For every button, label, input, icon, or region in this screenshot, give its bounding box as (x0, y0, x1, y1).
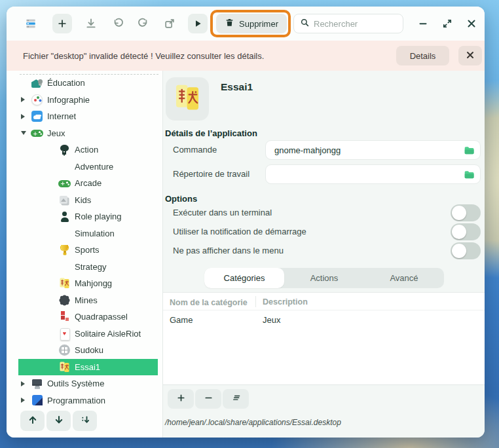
edit-list-button[interactable] (223, 389, 249, 409)
options-section-header: Options (165, 194, 197, 204)
expander-collapsed-icon[interactable] (21, 398, 25, 403)
sidebar-item-mines[interactable]: Mines (18, 292, 158, 309)
education-icon (31, 77, 43, 89)
detail-tabs: Catégories Actions Avancé (204, 268, 444, 288)
sidebar-item-quadrapassel[interactable]: Quadrapassel (18, 308, 158, 326)
entry-title: Essai1 (221, 81, 253, 93)
sidebar-item-mahjongg[interactable]: Mahjongg (18, 275, 158, 292)
internet-cloud-icon (31, 110, 43, 122)
command-label: Commande (173, 140, 217, 160)
hide-in-menu-option-label: Ne pas afficher dans le menu (173, 242, 284, 259)
sidebar-item-internet[interactable]: Internet (18, 108, 158, 125)
sidebar-item-education[interactable]: Éducation (18, 75, 158, 92)
mahjongg-tiles-icon (172, 83, 202, 115)
maximize-icon[interactable] (441, 18, 453, 29)
mine-icon (58, 294, 71, 307)
sidebar-item-essai1[interactable]: Essai1 (18, 359, 158, 376)
play-icon (193, 18, 203, 29)
redo-icon[interactable] (137, 18, 149, 29)
terminal-toggle[interactable] (451, 204, 481, 221)
gamepad-icon (31, 127, 43, 140)
hide-in-menu-toggle[interactable] (451, 242, 481, 259)
sidebar-item-strategy[interactable]: Strategy (18, 259, 158, 276)
sidebar-item-sudoku[interactable]: Sudoku (18, 342, 158, 359)
action-bomb-icon (58, 143, 71, 156)
working-directory-field[interactable] (265, 164, 481, 184)
trash-icon (225, 18, 234, 30)
sidebar-item-programmation[interactable]: Programmation (18, 392, 158, 409)
run-button[interactable] (188, 14, 208, 33)
arrow-up-icon (28, 415, 38, 428)
photo-icon (58, 194, 71, 206)
banner-close-button[interactable] (458, 46, 482, 65)
sidebar-item-kids[interactable]: Kids (18, 192, 158, 209)
sidebar-item-simulation[interactable]: Simulation (18, 225, 158, 242)
desktop-file-path: /home/jean/.local/share/applications/Ess… (165, 418, 341, 427)
sidebar-item-action[interactable]: Action (18, 141, 158, 159)
search-box[interactable] (293, 14, 403, 33)
details-section-header: Détails de l’application (165, 128, 257, 138)
move-down-button[interactable] (46, 411, 71, 431)
minimize-icon[interactable] (417, 18, 429, 29)
open-item-icon[interactable] (164, 18, 176, 29)
expander-collapsed-icon[interactable] (21, 97, 25, 102)
sidebar-item-infographie[interactable]: Infographie (18, 92, 158, 109)
table-row[interactable]: Game Jeux (163, 310, 485, 329)
delete-button[interactable]: Supprimer (216, 14, 287, 33)
lines-icon (231, 393, 241, 405)
remove-category-button[interactable] (195, 389, 221, 409)
startup-notification-toggle[interactable] (451, 223, 481, 240)
app-icon-box (166, 77, 209, 121)
warning-banner: Fichier "desktop" invalide détecté ! Veu… (7, 41, 485, 71)
table-header: Nom de la catégorie Description (163, 293, 485, 310)
command-field[interactable] (265, 140, 481, 160)
sidebar-item-jeux[interactable]: Jeux (18, 125, 158, 142)
arrow-down-icon (54, 415, 64, 428)
folder-browse-icon[interactable] (464, 169, 475, 183)
working-directory-input[interactable] (274, 165, 458, 183)
plus-icon (57, 18, 67, 29)
tab-avance[interactable]: Avancé (364, 268, 444, 288)
menu-editor-app-icon (25, 18, 37, 29)
search-input[interactable] (314, 19, 392, 29)
entry-detail-panel: Essai1 Détails de l’application Commande… (162, 71, 485, 438)
sidebar-item-outils-systeme[interactable]: Outils Système (18, 375, 158, 392)
mahjongg-tiles-icon (58, 277, 71, 289)
command-input[interactable] (274, 141, 458, 159)
tree-actions (20, 411, 97, 431)
monitor-icon (31, 377, 43, 390)
undo-icon[interactable] (113, 18, 124, 29)
menu-editor-window: Supprimer Fichier "desktop" invalide dét… (7, 7, 485, 438)
mahjongg-tiles-icon (58, 361, 71, 373)
close-icon[interactable] (466, 18, 477, 29)
folder-browse-icon[interactable] (464, 145, 475, 159)
save-icon[interactable] (85, 18, 97, 29)
column-header-name: Nom de la catégorie (170, 298, 248, 307)
expander-expanded-icon[interactable] (21, 131, 26, 135)
trophy-icon (58, 244, 71, 256)
add-entry-button[interactable] (52, 14, 72, 33)
startup-notification-option-label: Utiliser la notification de démarrage (173, 223, 306, 240)
warning-message: Fichier "desktop" invalide détecté ! Veu… (7, 51, 264, 61)
working-directory-label: Répertoire de travail (173, 164, 250, 184)
sudoku-grid-icon (58, 344, 71, 356)
move-to-bottom-button[interactable] (73, 411, 97, 431)
plus-icon (176, 393, 186, 405)
column-header-description: Description (263, 297, 308, 307)
sidebar-item-sports[interactable]: Sports (18, 242, 158, 259)
move-up-button[interactable] (20, 411, 45, 431)
expander-collapsed-icon[interactable] (21, 381, 25, 386)
sidebar-item-adventure[interactable]: Adventure (18, 159, 158, 176)
details-button[interactable]: Details (396, 46, 449, 65)
gamepad-icon (58, 177, 71, 189)
add-category-button[interactable] (168, 389, 194, 409)
tab-actions[interactable]: Actions (284, 268, 364, 288)
tab-categories[interactable]: Catégories (204, 268, 284, 288)
delete-button-label: Supprimer (239, 19, 278, 29)
sidebar-item-solitaire[interactable]: Solitaire AisleRiot (18, 326, 158, 343)
sort-down-icon (80, 415, 90, 428)
builder-icon (31, 394, 43, 407)
expander-collapsed-icon[interactable] (21, 114, 25, 119)
sidebar-item-arcade[interactable]: Arcade (18, 175, 158, 192)
sidebar-item-role-playing[interactable]: Role playing (18, 208, 158, 225)
